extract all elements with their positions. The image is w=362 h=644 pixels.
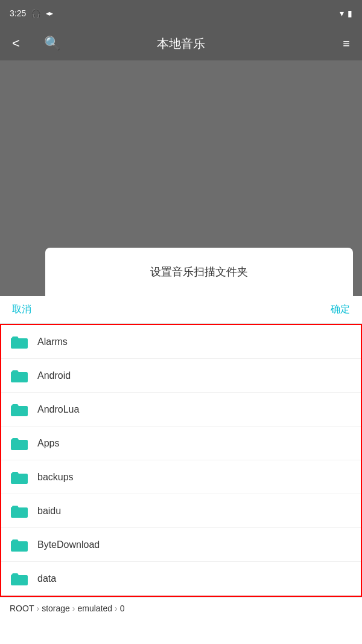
main-content-area: 设置音乐扫描文件夹 [0,60,362,296]
list-item[interactable]: baidu [1,494,361,528]
breadcrumb: ROOT›storage›emulated›0 [0,597,362,619]
breadcrumb-item[interactable]: storage [42,604,70,613]
headphone-icon: 🎧 [31,8,41,18]
list-item[interactable]: AndroLua [1,393,361,427]
search-button[interactable]: 🔍 [44,36,60,51]
breadcrumb-separator: › [72,604,75,613]
folder-icon [11,572,28,585]
list-item[interactable]: Alarms [1,325,361,359]
folder-icon [11,504,28,518]
status-right: ▾ ▮ [340,8,352,18]
status-bar: 3:25 🎧 ◂▸ ▾ ▮ [0,0,362,27]
file-name: ByteDownload [37,539,100,550]
back-button[interactable]: < [12,36,20,51]
list-item[interactable]: backups [1,460,361,494]
file-name: Android [37,370,71,381]
scan-folder-button[interactable]: 设置音乐扫描文件夹 [45,248,353,296]
folder-icon [11,335,28,349]
folder-icon [11,369,28,382]
list-item[interactable]: data [1,562,361,596]
folder-icon [11,437,28,450]
list-item[interactable]: Android [1,359,361,393]
ok-button[interactable]: 确定 [331,303,350,316]
folder-icon [11,471,28,484]
header-left: < 🔍 [12,36,60,51]
file-name: baidu [37,506,61,517]
file-list: Alarms Android AndroLua Apps backups bai… [0,324,362,597]
breadcrumb-item[interactable]: ROOT [10,604,34,613]
signal-icon: ◂▸ [46,9,53,18]
file-name: data [37,573,56,584]
breadcrumb-separator: › [115,604,118,613]
cancel-button[interactable]: 取消 [12,303,31,316]
breadcrumb-separator: › [36,604,39,613]
battery-icon: ▮ [348,8,352,18]
file-name: AndroLua [37,404,79,415]
breadcrumb-item[interactable]: 0 [120,604,125,613]
list-item[interactable]: Apps [1,427,361,460]
wifi-icon: ▾ [340,8,344,18]
breadcrumb-item[interactable]: emulated [78,604,113,613]
app-header: < 🔍 本地音乐 ≡ [0,27,362,60]
status-time: 3:25 [10,8,26,18]
file-name: Alarms [37,336,68,347]
action-bar: 取消 确定 [0,296,362,324]
file-name: backups [37,472,74,483]
file-name: Apps [37,438,59,449]
status-left: 3:25 🎧 ◂▸ [10,8,53,18]
folder-icon [11,403,28,416]
scan-folder-text: 设置音乐扫描文件夹 [150,265,248,279]
page-title: 本地音乐 [157,36,205,52]
folder-icon [11,538,28,552]
menu-button[interactable]: ≡ [343,37,350,51]
list-item[interactable]: ByteDownload [1,528,361,562]
